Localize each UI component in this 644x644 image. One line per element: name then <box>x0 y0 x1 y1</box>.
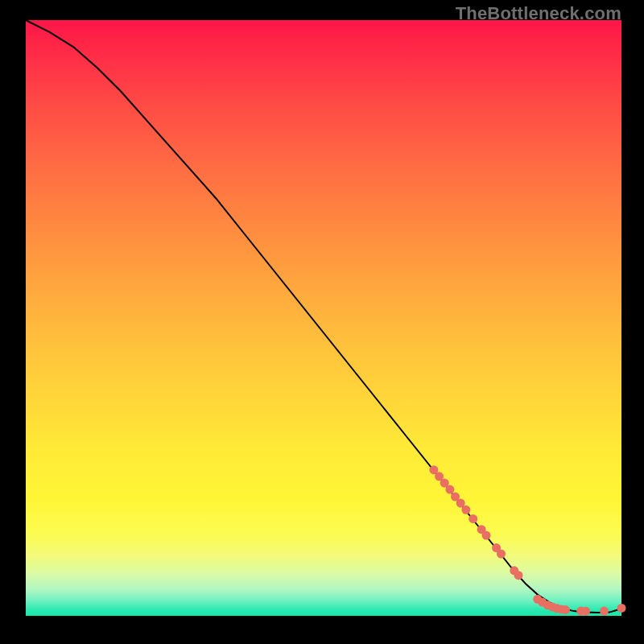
curve-marker <box>497 550 506 559</box>
curve-marker <box>469 514 477 523</box>
bottleneck-curve-path <box>26 20 621 613</box>
curve-marker <box>581 607 590 616</box>
curve-layer <box>26 20 621 616</box>
watermark-text: TheBottleneck.com <box>456 3 621 24</box>
plot-area <box>26 20 621 616</box>
chart-frame: TheBottleneck.com <box>0 0 644 644</box>
curve-marker <box>617 604 626 613</box>
curve-marker <box>445 485 454 494</box>
marker-group <box>429 465 625 616</box>
curve-marker <box>600 607 609 616</box>
curve-marker <box>461 506 470 514</box>
curve-marker <box>514 571 523 580</box>
curve-marker <box>561 605 570 614</box>
curve-marker <box>482 531 491 540</box>
